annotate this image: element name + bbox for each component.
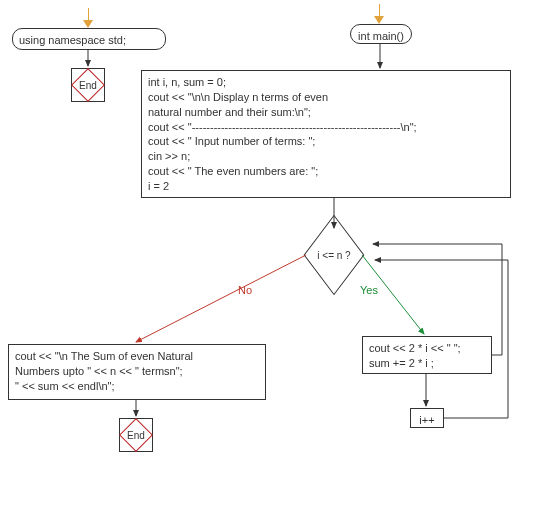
increment-label: i++ — [419, 414, 434, 426]
output-line-3: " << sum << endl\n"; — [15, 379, 259, 394]
output-line-2: Numbers upto " << n << " termsn"; — [15, 364, 259, 379]
end-node-bottom: End — [119, 418, 153, 452]
namespace-text: using namespace std; — [19, 34, 126, 46]
loop-body-line-2: sum += 2 * i ; — [369, 356, 485, 371]
loop-body-box: cout << 2 * i << " "; sum += 2 * i ; — [362, 336, 492, 374]
setup-line-1: int i, n, sum = 0; — [148, 75, 504, 90]
output-line-1: cout << "\n The Sum of even Natural — [15, 349, 259, 364]
increment-box: i++ — [410, 408, 444, 428]
output-box: cout << "\n The Sum of even Natural Numb… — [8, 344, 266, 400]
flowchart-canvas: using namespace std; End int main() int … — [0, 0, 542, 505]
namespace-box: using namespace std; — [12, 28, 166, 50]
main-function-label: int main() — [358, 30, 404, 42]
main-entry-arrow — [374, 16, 384, 24]
setup-box: int i, n, sum = 0; cout << "\n\n Display… — [141, 70, 511, 198]
decision-label: i <= n ? — [299, 230, 369, 280]
setup-line-4: cout << "-------------------------------… — [148, 120, 504, 135]
namespace-entry-line — [88, 8, 89, 20]
svg-line-3 — [136, 255, 306, 342]
end-node-bottom-label: End — [127, 430, 145, 441]
namespace-entry-arrow — [83, 20, 93, 28]
setup-line-2: cout << "\n\n Display n terms of even — [148, 90, 504, 105]
setup-line-3: natural number and their sum:\n"; — [148, 105, 504, 120]
decision-diamond: i <= n ? — [299, 230, 369, 280]
main-entry-line — [379, 4, 380, 16]
loop-body-line-1: cout << 2 * i << " "; — [369, 341, 485, 356]
setup-line-5: cout << " Input number of terms: "; — [148, 134, 504, 149]
end-node-left-label: End — [79, 80, 97, 91]
edge-yes-label: Yes — [360, 284, 378, 296]
end-node-left: End — [71, 68, 105, 102]
main-function-box: int main() — [350, 24, 412, 44]
setup-line-6: cin >> n; — [148, 149, 504, 164]
setup-line-8: i = 2 — [148, 179, 504, 194]
edge-no-label: No — [238, 284, 252, 296]
setup-line-7: cout << " The even numbers are: "; — [148, 164, 504, 179]
